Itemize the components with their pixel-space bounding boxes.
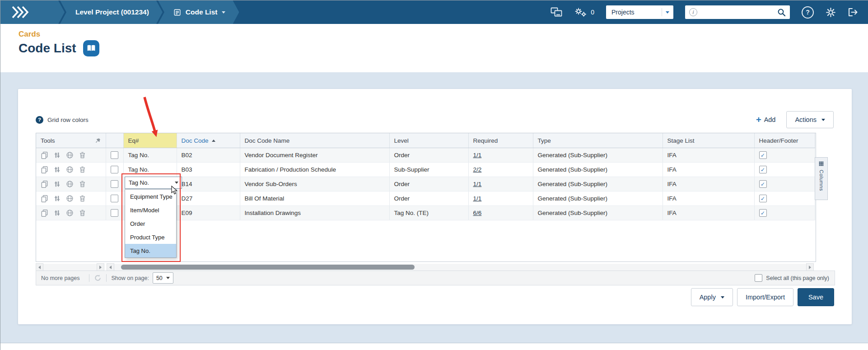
header-required[interactable]: Required <box>468 133 533 148</box>
chevron-down-icon <box>821 119 825 121</box>
help-icon[interactable] <box>802 6 814 19</box>
eq-type-select-value: Tag No. <box>129 179 149 186</box>
home-logo[interactable] <box>0 0 65 24</box>
settings-gear-icon[interactable] <box>826 7 836 18</box>
row-checkbox[interactable] <box>111 180 118 188</box>
distribute-icon[interactable] <box>53 151 61 159</box>
delete-icon[interactable] <box>79 151 86 159</box>
content-area: Grid row colors Add Actions <box>0 72 868 343</box>
copy-icon[interactable] <box>41 195 48 202</box>
logout-icon[interactable] <box>848 7 859 17</box>
actions-button[interactable]: Actions <box>786 111 834 128</box>
screens-icon[interactable] <box>551 7 562 17</box>
required-cell: 1/1 <box>468 177 533 191</box>
option-tag-no[interactable]: Tag No. <box>125 244 176 257</box>
background-jobs[interactable]: 0 <box>574 7 594 18</box>
required-link[interactable]: 1/1 <box>473 181 482 187</box>
header-doc-code-label: Doc Code <box>182 137 209 144</box>
tools-cell <box>36 191 106 206</box>
required-link[interactable]: 2/2 <box>473 166 482 173</box>
apply-button[interactable]: Apply <box>691 288 733 306</box>
delete-icon[interactable] <box>79 195 86 202</box>
eq-cell[interactable]: Tag No. <box>123 163 177 177</box>
row-checkbox[interactable] <box>111 151 118 159</box>
globe-icon[interactable] <box>66 166 74 173</box>
columns-tab[interactable]: Columns <box>815 157 828 200</box>
frozen-columns-scrollbar <box>36 264 104 271</box>
module-label: Cards <box>19 30 40 39</box>
doc-code-name-cell: Fabrication / Production Schedule <box>240 163 389 177</box>
header-footer-checkbox[interactable] <box>759 151 767 159</box>
select-cell <box>106 206 123 220</box>
copy-icon[interactable] <box>41 180 48 188</box>
header-level[interactable]: Level <box>389 133 468 148</box>
breadcrumb-project-tab[interactable]: Level Project (001234) <box>60 0 163 24</box>
level-cell: Tag No. (TE) <box>389 206 468 220</box>
header-doc-code[interactable]: Doc Code <box>177 133 240 148</box>
add-button[interactable]: Add <box>756 115 776 124</box>
required-link[interactable]: 1/1 <box>473 152 482 159</box>
required-link[interactable]: 6/6 <box>473 210 482 216</box>
copy-icon[interactable] <box>41 151 48 159</box>
import-export-button[interactable]: Import/Export <box>737 288 793 306</box>
doc-code-cell: E09 <box>177 206 240 220</box>
header-footer-cell <box>754 163 815 177</box>
select-all-checkbox[interactable] <box>755 274 762 282</box>
info-icon[interactable] <box>689 8 697 16</box>
scroll-left-button[interactable] <box>107 263 114 271</box>
save-button[interactable]: Save <box>798 288 834 306</box>
scope-selector[interactable]: Projects <box>606 5 673 19</box>
scroll-left-button[interactable] <box>36 263 43 271</box>
search-icon[interactable] <box>777 8 786 17</box>
required-link[interactable]: 1/1 <box>473 195 482 202</box>
eq-type-select[interactable]: Tag No. <box>125 177 182 189</box>
distribute-icon[interactable] <box>53 166 61 173</box>
delete-icon[interactable] <box>79 180 86 188</box>
option-equipment-type[interactable]: Equipment Type <box>125 190 176 203</box>
header-footer-checkbox[interactable] <box>759 195 767 202</box>
header-eq[interactable]: Eq# <box>123 133 177 148</box>
option-product-type[interactable]: Product Type <box>125 230 176 244</box>
globe-icon[interactable] <box>66 180 74 188</box>
distribute-icon[interactable] <box>53 195 61 202</box>
app-window: Level Project (001234) Code List <box>0 0 868 350</box>
grid-icon <box>818 161 824 167</box>
header-header-footer[interactable]: Header/Footer <box>754 133 815 148</box>
type-cell: Generated (Sub-Supplier) <box>533 163 663 177</box>
copy-icon[interactable] <box>41 209 48 217</box>
scroll-right-button[interactable] <box>97 263 104 271</box>
page-size-select[interactable]: 50 <box>153 272 173 284</box>
delete-icon[interactable] <box>79 166 86 173</box>
scroll-thumb[interactable] <box>121 265 415 270</box>
copy-icon[interactable] <box>41 166 48 173</box>
row-checkbox[interactable] <box>111 166 118 173</box>
header-footer-checkbox[interactable] <box>759 166 767 173</box>
tools-cell <box>36 177 106 191</box>
globe-icon[interactable] <box>66 195 74 202</box>
type-cell: Generated (Sub-Supplier) <box>533 191 663 206</box>
breadcrumb-codelist-tab[interactable]: Code List <box>158 0 239 24</box>
globe-icon[interactable] <box>66 209 74 217</box>
option-order[interactable]: Order <box>125 217 176 230</box>
distribute-icon[interactable] <box>53 209 61 217</box>
question-icon <box>36 116 43 124</box>
globe-icon[interactable] <box>66 151 74 159</box>
delete-icon[interactable] <box>79 209 86 217</box>
header-doc-code-name[interactable]: Doc Code Name <box>240 133 389 148</box>
refresh-icon[interactable] <box>94 274 102 282</box>
distribute-icon[interactable] <box>53 180 61 188</box>
header-footer-checkbox[interactable] <box>759 209 767 217</box>
documentation-book-icon[interactable] <box>83 40 99 56</box>
row-checkbox[interactable] <box>111 195 118 202</box>
grid-row-colors[interactable]: Grid row colors <box>36 116 89 124</box>
header-footer-checkbox[interactable] <box>759 180 767 188</box>
eq-cell[interactable]: Tag No. <box>123 148 177 163</box>
scroll-right-button[interactable] <box>806 263 814 271</box>
header-type[interactable]: Type <box>533 133 663 148</box>
header-stage-list[interactable]: Stage List <box>663 133 754 148</box>
option-item-model[interactable]: Item/Model <box>125 203 176 217</box>
search-input[interactable] <box>701 9 774 16</box>
row-checkbox[interactable] <box>111 209 118 217</box>
required-cell: 1/1 <box>468 191 533 206</box>
pin-icon[interactable] <box>94 137 101 144</box>
